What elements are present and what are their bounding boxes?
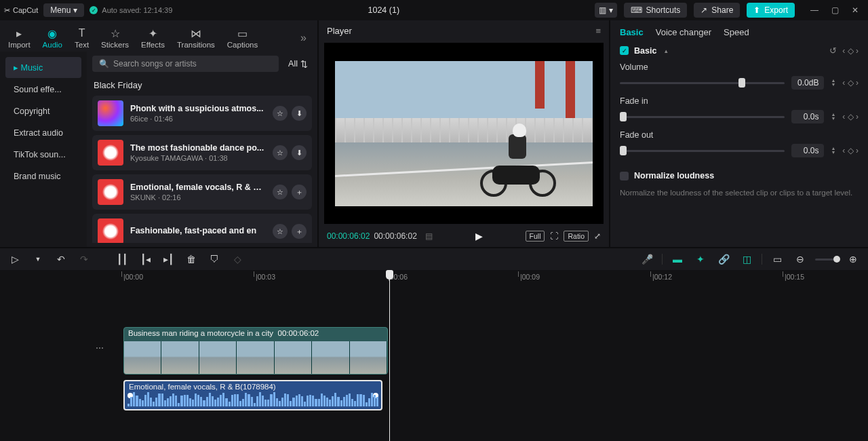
menu-button[interactable]: Menu ▾ [43,3,84,17]
export-button[interactable]: ⬆ Export [747,3,795,18]
audio-list-pane: 🔍 Search songs or artists All ⇅ Black Fr… [87,52,317,247]
chevron-up-icon[interactable]: ▴ [665,47,668,54]
player-menu-icon[interactable]: ≡ [595,26,601,36]
track-item[interactable]: Emotional, female vocals, R & B... SKUNK… [92,174,312,210]
timeline-main[interactable]: |00:00|00:03|00:06|00:09|00:12|00:15 ✎ C… [91,270,868,441]
trim-left-tool[interactable]: ┃◂ [137,254,153,265]
media-tab-audio[interactable]: ◉Audio [39,24,66,52]
zoom-slider[interactable] [815,258,838,261]
magnet-toggle[interactable]: ▬ [669,254,686,265]
tab-voice-changer[interactable]: Voice changer [656,27,711,37]
favorite-button[interactable]: ☆ [273,106,288,121]
favorite-button[interactable]: ☆ [273,224,288,239]
layout-button[interactable]: ▥ ▾ [595,3,616,18]
inspector-tabs: Basic Voice changer Speed [610,20,868,43]
pointer-tool[interactable]: ▷ [7,254,23,265]
track-options[interactable]: ▭ [769,254,785,265]
filter-button[interactable]: All ⇅ [284,56,312,72]
volume-value[interactable]: 0.0dB [791,76,824,90]
tab-basic[interactable]: Basic [620,27,644,37]
sidebar-item-copyright[interactable]: Copyright [5,101,81,121]
sidebar-item-brand-music[interactable]: Brand music [5,166,81,187]
filter-icon: ⇅ [300,59,308,69]
fullscreen-icon[interactable]: ⤢ [594,231,601,241]
favorite-button[interactable]: ☆ [273,145,288,160]
track-list[interactable]: Phonk with a suspicious atmos... 66ice ·… [92,96,312,243]
add-button[interactable]: ＋ [292,185,307,199]
search-input[interactable]: 🔍 Search songs or artists [92,56,279,72]
sidebar-item-extract-audio[interactable]: Extract audio [5,123,81,143]
audio-clip[interactable]: Emotional, female vocals, R & B(1078984) [123,380,382,410]
preview-toggle[interactable]: ◫ [738,254,755,265]
fadein-value[interactable]: 0.0s [791,110,824,123]
media-tab-transitions[interactable]: ⋈Transitions [173,24,219,52]
snap-toggle[interactable]: ✦ [692,254,709,265]
list-icon[interactable]: ▤ [425,231,433,241]
sidebar-item-sound-effects[interactable]: Sound effe... [5,79,81,100]
effects-icon: ✦ [149,27,157,39]
more-icon[interactable]: ⋯ [96,343,104,353]
track-item[interactable]: Fashionable, fast-paced and en ☆ ＋ [92,214,312,243]
expand-tabs-button[interactable]: » [294,28,313,48]
close-button[interactable]: ✕ [846,3,864,18]
volume-field: Volume 0.0dB ▲▼ ‹ ◇ › [620,62,859,90]
mic-button[interactable]: 🎤 [639,254,655,265]
player-viewport[interactable] [324,43,604,224]
zoom-out[interactable]: ⊖ [792,254,808,265]
fadeout-value[interactable]: 0.0s [791,144,824,157]
keyframe-nav[interactable]: ‹ ◇ › [842,46,859,56]
text-icon: T [79,27,85,39]
timeline-ruler[interactable]: |00:00|00:03|00:06|00:09|00:12|00:15 [123,270,868,285]
sidebar-item-music[interactable]: ▸ Music [5,57,81,78]
favorite-button[interactable]: ☆ [273,185,288,199]
media-tab-text[interactable]: TText [71,24,93,52]
media-tab-effects[interactable]: ✦Effects [137,24,169,52]
minimize-button[interactable]: — [806,3,823,18]
fadein-stepper[interactable]: ▲▼ [831,113,835,121]
video-clip[interactable]: Business man riding a motorcycle in a ci… [123,327,388,375]
zoom-in[interactable]: ⊕ [845,254,861,265]
redo-button[interactable]: ↷ [76,254,92,265]
volume-stepper[interactable]: ▲▼ [831,79,835,87]
maximize-button[interactable]: ▢ [826,3,844,18]
undo-button[interactable]: ↶ [53,254,69,265]
normalize-checkbox[interactable] [620,172,629,180]
sidebar-item-tiktok-sounds[interactable]: TikTok soun... [5,145,81,165]
share-button[interactable]: ↗ Share [694,3,740,18]
track-item[interactable]: The most fashionable dance po... Kyosuke… [92,135,312,170]
shortcuts-button[interactable]: ⌨ Shortcuts [624,3,688,18]
timeline-body[interactable]: |00:00|00:03|00:06|00:09|00:12|00:15 ✎ C… [0,270,868,441]
track-item[interactable]: Phonk with a suspicious atmos... 66ice ·… [92,96,312,131]
fadeout-keyframe[interactable]: ‹ ◇ › [842,146,859,155]
crop-icon[interactable]: ⛶ [550,231,558,241]
ratio-button[interactable]: Ratio [564,231,589,242]
split-tool[interactable]: ┃┃ [114,254,130,265]
media-tab-stickers[interactable]: ☆Stickers [97,24,133,52]
delete-tool[interactable]: 🗑 [183,254,199,265]
reset-icon[interactable]: ↺ [829,45,837,56]
download-button[interactable]: ⬇ [292,106,307,121]
fadeout-slider[interactable] [620,150,785,152]
link-toggle[interactable]: 🔗 [715,254,732,265]
download-button[interactable]: ⬇ [292,145,307,160]
trim-right-tool[interactable]: ▸┃ [160,254,176,265]
tracks-area: ✎ Cover ▢ 🔒 👁 🔈 ⋯ Business man riding a … [91,285,868,441]
full-button[interactable]: Full [526,231,545,242]
pointer-dropdown[interactable]: ▼ [30,256,46,263]
basic-checkbox[interactable]: ✓ [620,46,629,55]
fadein-slider[interactable] [620,116,785,118]
autosave-text: Auto saved: 12:14:39 [102,6,172,14]
fadeout-stepper[interactable]: ▲▼ [831,147,835,155]
play-button[interactable]: ▶ [475,231,483,242]
volume-keyframe[interactable]: ‹ ◇ › [842,78,859,88]
basic-header: Basic [634,46,656,56]
shield-tool[interactable]: ⛉ [206,254,222,265]
fadein-keyframe[interactable]: ‹ ◇ › [842,112,859,121]
tab-speed[interactable]: Speed [724,27,749,37]
media-tab-import[interactable]: ▸Import [4,24,35,52]
volume-slider[interactable] [620,82,785,84]
playhead[interactable] [389,270,390,441]
add-button[interactable]: ＋ [292,224,307,239]
media-tab-captions[interactable]: ▭Captions [223,24,262,52]
document-title[interactable]: 1024 (1) [178,5,589,15]
